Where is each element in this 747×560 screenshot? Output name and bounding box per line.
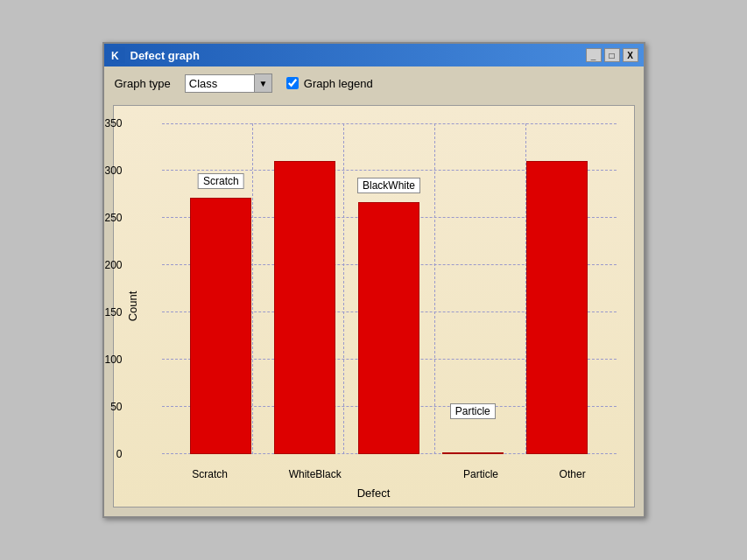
svg-text:K: K: [111, 50, 119, 62]
y-axis-title: Count: [126, 291, 139, 322]
legend-checkbox[interactable]: [286, 77, 299, 89]
bar-scratch: [190, 198, 251, 454]
y-label-200: 200: [104, 259, 122, 271]
y-label-350: 350: [104, 117, 122, 130]
y-label-250: 250: [104, 212, 122, 224]
bar-group-particle: Particle: [442, 452, 504, 454]
chart-area: Count: [113, 105, 635, 508]
bar-group-whiteblack: [274, 161, 335, 454]
bar-whiteblack: [274, 161, 335, 454]
x-axis-labels: Scratch WhiteBlack Particle Other: [162, 468, 617, 480]
chart-inner: Scratch BlackWhite Particle: [162, 123, 617, 454]
app-icon: K: [109, 47, 125, 63]
title-bar: K Defect graph _ □ X: [104, 44, 644, 66]
y-label-0: 0: [116, 448, 123, 460]
title-buttons: _ □ X: [586, 48, 638, 62]
graph-type-select[interactable]: Class Count Percentage: [185, 74, 255, 93]
bar-top-label-blackwhite: BlackWhite: [357, 178, 420, 193]
select-arrow-icon[interactable]: ▼: [255, 74, 272, 93]
bar-group-scratch: Scratch: [190, 198, 251, 454]
close-button[interactable]: X: [623, 48, 638, 62]
x-label-particle: Particle: [463, 468, 498, 480]
y-label-100: 100: [104, 354, 122, 366]
y-label-150: 150: [104, 306, 122, 318]
bar-blackwhite: [358, 202, 419, 454]
bar-group-other: [526, 161, 588, 454]
maximize-button[interactable]: □: [604, 48, 620, 62]
legend-checkbox-group: Graph legend: [286, 77, 373, 90]
x-label-scratch: Scratch: [192, 468, 228, 480]
bars-container: Scratch BlackWhite Particle: [162, 123, 617, 454]
window-title: Defect graph: [130, 49, 200, 62]
minimize-button[interactable]: _: [586, 48, 602, 62]
graph-type-label: Graph type: [115, 77, 171, 90]
y-label-50: 50: [110, 401, 122, 413]
x-label-other: Other: [560, 468, 586, 480]
title-bar-left: K Defect graph: [109, 47, 200, 63]
x-label-whiteblack: WhiteBlack: [289, 468, 342, 480]
main-window: K Defect graph _ □ X Graph type Class Co…: [102, 42, 645, 518]
y-label-300: 300: [104, 164, 122, 177]
toolbar: Graph type Class Count Percentage ▼ Grap…: [104, 66, 644, 100]
bar-top-label-scratch: Scratch: [198, 173, 244, 189]
bar-particle: [442, 452, 504, 454]
bar-other: [526, 161, 588, 454]
graph-type-select-wrapper: Class Count Percentage ▼: [185, 74, 272, 93]
x-axis-title: Defect: [114, 486, 634, 500]
legend-label: Graph legend: [304, 77, 373, 90]
bar-group-blackwhite: BlackWhite: [358, 202, 419, 454]
bar-top-label-particle: Particle: [450, 403, 496, 419]
